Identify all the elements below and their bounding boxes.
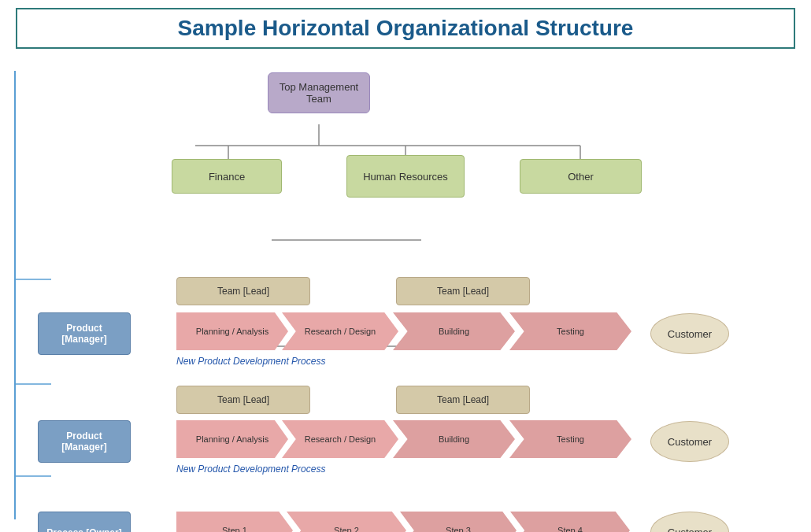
step-4a-row2: Testing <box>550 434 591 444</box>
top-management-box: Top Management Team <box>268 72 370 113</box>
other-box: Other <box>520 159 642 194</box>
step-4a-row1: Testing <box>550 327 591 336</box>
product-manager-box-2: Product [Manager] <box>38 420 131 463</box>
team-lead-box-2b: Team [Lead] <box>396 386 530 414</box>
step-2a-row1: Research / Design <box>298 327 383 336</box>
step-1a-row1: Planning / Analysis <box>190 327 275 336</box>
customer-oval-3: Customer <box>650 512 729 532</box>
team-lead-box-1a: Team [Lead] <box>176 277 310 305</box>
step-3a-row2: Building <box>432 434 476 444</box>
process-owner-box: Process [Owner] <box>38 512 131 532</box>
page-title: Sample Horizontal Organizational Structu… <box>33 16 778 41</box>
team-lead-box-1b: Team [Lead] <box>396 277 530 305</box>
finance-box: Finance <box>172 159 282 194</box>
page-container: Sample Horizontal Organizational Structu… <box>0 8 811 532</box>
step-2a-row2: Research / Design <box>298 434 383 444</box>
product-manager-box-1: Product [Manager] <box>38 312 131 355</box>
step-1a-row2: Planning / Analysis <box>190 434 275 444</box>
step-2-row3: Step 2 <box>328 526 365 532</box>
process-label-1: New Product Development Process <box>176 356 325 367</box>
process-label-2: New Product Development Process <box>176 464 325 475</box>
step-3a-row1: Building <box>432 327 476 336</box>
step-3-row3: Step 3 <box>439 526 477 532</box>
team-lead-box-2a: Team [Lead] <box>176 386 310 414</box>
customer-oval-1: Customer <box>650 313 729 354</box>
step-1-row3: Step 1 <box>216 526 254 532</box>
customer-oval-2: Customer <box>650 421 729 462</box>
title-box: Sample Horizontal Organizational Structu… <box>16 8 795 49</box>
diagram-area: Top Management Team Finance Human Resour… <box>0 65 811 532</box>
step-4-row3: Step 4 <box>551 526 589 532</box>
human-resources-box: Human Resources <box>346 155 465 198</box>
